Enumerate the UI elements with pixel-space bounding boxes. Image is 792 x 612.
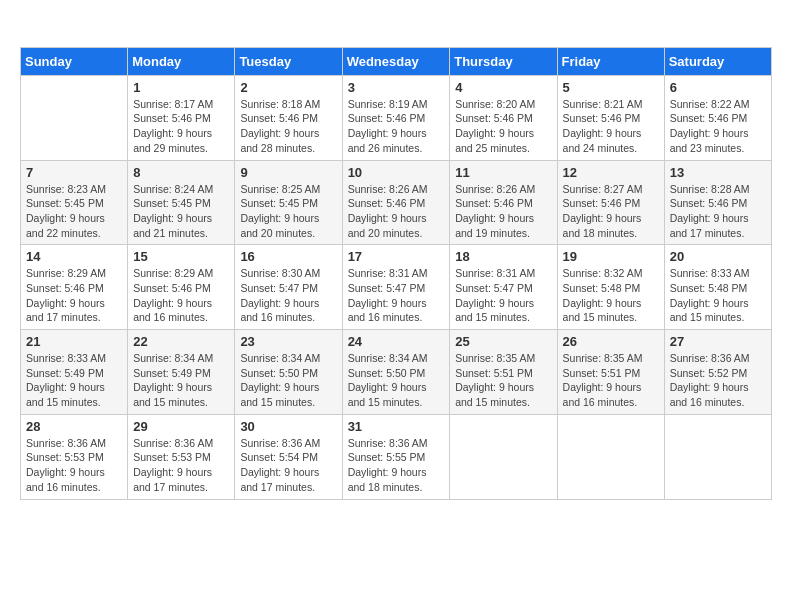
calendar-cell: 16Sunrise: 8:30 AM Sunset: 5:47 PM Dayli… <box>235 245 342 330</box>
day-info: Sunrise: 8:36 AM Sunset: 5:53 PM Dayligh… <box>26 436 122 495</box>
calendar-cell <box>21 75 128 160</box>
weekday-header-thursday: Thursday <box>450 47 557 75</box>
day-info: Sunrise: 8:34 AM Sunset: 5:50 PM Dayligh… <box>348 351 445 410</box>
day-number: 19 <box>563 249 659 264</box>
day-number: 20 <box>670 249 766 264</box>
day-number: 28 <box>26 419 122 434</box>
day-info: Sunrise: 8:36 AM Sunset: 5:53 PM Dayligh… <box>133 436 229 495</box>
calendar-cell: 12Sunrise: 8:27 AM Sunset: 5:46 PM Dayli… <box>557 160 664 245</box>
calendar-cell: 18Sunrise: 8:31 AM Sunset: 5:47 PM Dayli… <box>450 245 557 330</box>
header: General Blue <box>20 16 772 37</box>
day-info: Sunrise: 8:24 AM Sunset: 5:45 PM Dayligh… <box>133 182 229 241</box>
calendar-cell: 4Sunrise: 8:20 AM Sunset: 5:46 PM Daylig… <box>450 75 557 160</box>
day-number: 14 <box>26 249 122 264</box>
calendar-cell: 10Sunrise: 8:26 AM Sunset: 5:46 PM Dayli… <box>342 160 450 245</box>
day-info: Sunrise: 8:33 AM Sunset: 5:49 PM Dayligh… <box>26 351 122 410</box>
calendar-cell <box>664 414 771 499</box>
day-number: 9 <box>240 165 336 180</box>
day-number: 15 <box>133 249 229 264</box>
calendar-body: 1Sunrise: 8:17 AM Sunset: 5:46 PM Daylig… <box>21 75 772 499</box>
calendar-cell: 23Sunrise: 8:34 AM Sunset: 5:50 PM Dayli… <box>235 330 342 415</box>
calendar-cell: 17Sunrise: 8:31 AM Sunset: 5:47 PM Dayli… <box>342 245 450 330</box>
week-row-3: 14Sunrise: 8:29 AM Sunset: 5:46 PM Dayli… <box>21 245 772 330</box>
day-number: 8 <box>133 165 229 180</box>
calendar-cell: 22Sunrise: 8:34 AM Sunset: 5:49 PM Dayli… <box>128 330 235 415</box>
calendar-cell: 7Sunrise: 8:23 AM Sunset: 5:45 PM Daylig… <box>21 160 128 245</box>
day-number: 1 <box>133 80 229 95</box>
day-info: Sunrise: 8:31 AM Sunset: 5:47 PM Dayligh… <box>348 266 445 325</box>
day-number: 23 <box>240 334 336 349</box>
day-number: 3 <box>348 80 445 95</box>
calendar-cell: 6Sunrise: 8:22 AM Sunset: 5:46 PM Daylig… <box>664 75 771 160</box>
calendar-cell: 19Sunrise: 8:32 AM Sunset: 5:48 PM Dayli… <box>557 245 664 330</box>
day-info: Sunrise: 8:29 AM Sunset: 5:46 PM Dayligh… <box>26 266 122 325</box>
calendar-container: General Blue SundayMondayTuesdayWednesda… <box>0 0 792 520</box>
weekday-header-saturday: Saturday <box>664 47 771 75</box>
day-info: Sunrise: 8:25 AM Sunset: 5:45 PM Dayligh… <box>240 182 336 241</box>
day-info: Sunrise: 8:18 AM Sunset: 5:46 PM Dayligh… <box>240 97 336 156</box>
week-row-2: 7Sunrise: 8:23 AM Sunset: 5:45 PM Daylig… <box>21 160 772 245</box>
day-info: Sunrise: 8:34 AM Sunset: 5:49 PM Dayligh… <box>133 351 229 410</box>
day-info: Sunrise: 8:20 AM Sunset: 5:46 PM Dayligh… <box>455 97 551 156</box>
calendar-cell: 11Sunrise: 8:26 AM Sunset: 5:46 PM Dayli… <box>450 160 557 245</box>
day-info: Sunrise: 8:26 AM Sunset: 5:46 PM Dayligh… <box>348 182 445 241</box>
day-number: 16 <box>240 249 336 264</box>
day-info: Sunrise: 8:22 AM Sunset: 5:46 PM Dayligh… <box>670 97 766 156</box>
day-number: 27 <box>670 334 766 349</box>
calendar-cell: 14Sunrise: 8:29 AM Sunset: 5:46 PM Dayli… <box>21 245 128 330</box>
day-number: 7 <box>26 165 122 180</box>
week-row-5: 28Sunrise: 8:36 AM Sunset: 5:53 PM Dayli… <box>21 414 772 499</box>
calendar-cell <box>557 414 664 499</box>
calendar-cell: 28Sunrise: 8:36 AM Sunset: 5:53 PM Dayli… <box>21 414 128 499</box>
day-info: Sunrise: 8:26 AM Sunset: 5:46 PM Dayligh… <box>455 182 551 241</box>
day-info: Sunrise: 8:19 AM Sunset: 5:46 PM Dayligh… <box>348 97 445 156</box>
calendar-cell: 20Sunrise: 8:33 AM Sunset: 5:48 PM Dayli… <box>664 245 771 330</box>
day-number: 29 <box>133 419 229 434</box>
calendar-cell: 3Sunrise: 8:19 AM Sunset: 5:46 PM Daylig… <box>342 75 450 160</box>
day-number: 2 <box>240 80 336 95</box>
calendar-cell: 13Sunrise: 8:28 AM Sunset: 5:46 PM Dayli… <box>664 160 771 245</box>
day-info: Sunrise: 8:36 AM Sunset: 5:52 PM Dayligh… <box>670 351 766 410</box>
day-info: Sunrise: 8:28 AM Sunset: 5:46 PM Dayligh… <box>670 182 766 241</box>
day-info: Sunrise: 8:32 AM Sunset: 5:48 PM Dayligh… <box>563 266 659 325</box>
calendar-cell: 31Sunrise: 8:36 AM Sunset: 5:55 PM Dayli… <box>342 414 450 499</box>
day-info: Sunrise: 8:36 AM Sunset: 5:54 PM Dayligh… <box>240 436 336 495</box>
weekday-header-row: SundayMondayTuesdayWednesdayThursdayFrid… <box>21 47 772 75</box>
day-number: 24 <box>348 334 445 349</box>
calendar-cell: 1Sunrise: 8:17 AM Sunset: 5:46 PM Daylig… <box>128 75 235 160</box>
calendar-cell: 15Sunrise: 8:29 AM Sunset: 5:46 PM Dayli… <box>128 245 235 330</box>
day-number: 4 <box>455 80 551 95</box>
day-info: Sunrise: 8:34 AM Sunset: 5:50 PM Dayligh… <box>240 351 336 410</box>
day-info: Sunrise: 8:33 AM Sunset: 5:48 PM Dayligh… <box>670 266 766 325</box>
day-number: 22 <box>133 334 229 349</box>
calendar-cell: 21Sunrise: 8:33 AM Sunset: 5:49 PM Dayli… <box>21 330 128 415</box>
day-info: Sunrise: 8:27 AM Sunset: 5:46 PM Dayligh… <box>563 182 659 241</box>
calendar-cell: 25Sunrise: 8:35 AM Sunset: 5:51 PM Dayli… <box>450 330 557 415</box>
day-number: 31 <box>348 419 445 434</box>
weekday-header-sunday: Sunday <box>21 47 128 75</box>
week-row-4: 21Sunrise: 8:33 AM Sunset: 5:49 PM Dayli… <box>21 330 772 415</box>
calendar-cell: 8Sunrise: 8:24 AM Sunset: 5:45 PM Daylig… <box>128 160 235 245</box>
calendar-cell: 26Sunrise: 8:35 AM Sunset: 5:51 PM Dayli… <box>557 330 664 415</box>
day-info: Sunrise: 8:17 AM Sunset: 5:46 PM Dayligh… <box>133 97 229 156</box>
day-info: Sunrise: 8:35 AM Sunset: 5:51 PM Dayligh… <box>563 351 659 410</box>
weekday-header-friday: Friday <box>557 47 664 75</box>
weekday-header-monday: Monday <box>128 47 235 75</box>
day-info: Sunrise: 8:30 AM Sunset: 5:47 PM Dayligh… <box>240 266 336 325</box>
day-info: Sunrise: 8:36 AM Sunset: 5:55 PM Dayligh… <box>348 436 445 495</box>
day-info: Sunrise: 8:35 AM Sunset: 5:51 PM Dayligh… <box>455 351 551 410</box>
day-number: 6 <box>670 80 766 95</box>
day-number: 21 <box>26 334 122 349</box>
weekday-header-wednesday: Wednesday <box>342 47 450 75</box>
calendar-cell: 24Sunrise: 8:34 AM Sunset: 5:50 PM Dayli… <box>342 330 450 415</box>
weekday-header-tuesday: Tuesday <box>235 47 342 75</box>
day-number: 11 <box>455 165 551 180</box>
calendar-cell: 27Sunrise: 8:36 AM Sunset: 5:52 PM Dayli… <box>664 330 771 415</box>
week-row-1: 1Sunrise: 8:17 AM Sunset: 5:46 PM Daylig… <box>21 75 772 160</box>
day-number: 26 <box>563 334 659 349</box>
calendar-cell: 29Sunrise: 8:36 AM Sunset: 5:53 PM Dayli… <box>128 414 235 499</box>
calendar-cell: 30Sunrise: 8:36 AM Sunset: 5:54 PM Dayli… <box>235 414 342 499</box>
day-number: 13 <box>670 165 766 180</box>
calendar-cell: 2Sunrise: 8:18 AM Sunset: 5:46 PM Daylig… <box>235 75 342 160</box>
day-info: Sunrise: 8:21 AM Sunset: 5:46 PM Dayligh… <box>563 97 659 156</box>
